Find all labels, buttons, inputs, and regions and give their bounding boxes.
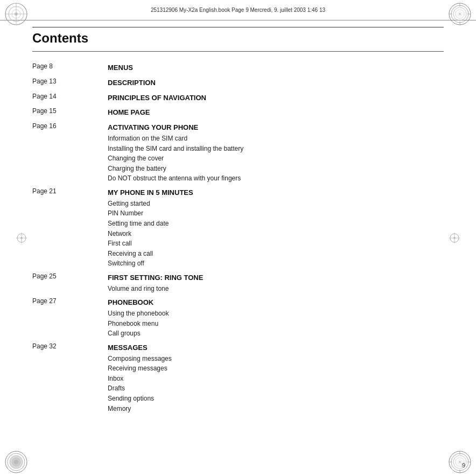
toc-section-row: Page 32MESSAGESComposing messagesReceivi…	[32, 339, 444, 414]
toc-page-label: Page 16	[32, 119, 108, 184]
header-strip: 251312906 My-X2a English.book Page 9 Mer…	[0, 0, 476, 20]
toc-sub-item: Installing the SIM card and installing t…	[108, 144, 444, 154]
crosshair-mid-left	[16, 233, 27, 243]
toc-page-label: Page 8	[32, 59, 108, 74]
toc-section-row: Page 15HOME PAGE	[32, 104, 444, 119]
toc-sub-item: Memory	[108, 404, 444, 414]
toc-table: Page 8MENUSPage 13DESCRIPTIONPage 14PRIN…	[32, 59, 444, 414]
toc-page-label: Page 14	[32, 89, 108, 104]
toc-section-row: Page 21MY PHONE IN 5 MINUTESGetting star…	[32, 184, 444, 269]
toc-section-content: ACTIVATING YOUR PHONEInformation on the …	[108, 119, 444, 184]
toc-section-heading: MESSAGES	[108, 342, 444, 354]
toc-page-label: Page 25	[32, 269, 108, 294]
toc-sub-item: Sending options	[108, 394, 444, 404]
toc-page-label: Page 32	[32, 339, 108, 414]
toc-section-heading: PHONEBOOK	[108, 297, 444, 309]
toc-sub-item: Network	[108, 229, 444, 239]
toc-sub-item: Charging the battery	[108, 164, 444, 174]
toc-section-heading: MY PHONE IN 5 MINUTES	[108, 187, 444, 199]
toc-section-heading: DESCRIPTION	[108, 78, 444, 89]
svg-point-20	[14, 460, 18, 464]
toc-section-row: Page 25FIRST SETTING: RING TONEVolume an…	[32, 269, 444, 294]
corner-decoration-tr	[448, 2, 472, 26]
toc-section-content: HOME PAGE	[108, 104, 444, 119]
toc-section-content: PHONEBOOKUsing the phonebookPhonebook me…	[108, 294, 444, 339]
crosshair-mid-right	[449, 233, 460, 243]
toc-sub-item: Inbox	[108, 374, 444, 384]
page: 251312906 My-X2a English.book Page 9 Mer…	[0, 0, 476, 476]
toc-section-content: DESCRIPTION	[108, 74, 444, 89]
toc-sub-item: Receiving messages	[108, 363, 444, 374]
toc-sub-item: Switching off	[108, 258, 444, 269]
toc-section-content: MESSAGESComposing messagesReceiving mess…	[108, 339, 444, 414]
toc-section-heading: ACTIVATING YOUR PHONE	[108, 122, 444, 134]
page-number: 9	[462, 462, 465, 468]
toc-section-content: PRINCIPLES OF NAVIGATION	[108, 89, 444, 104]
main-content: Contents Page 8MENUSPage 13DESCRIPTIONPa…	[32, 27, 444, 449]
toc-page-label: Page 21	[32, 184, 108, 269]
svg-point-26	[459, 461, 461, 463]
toc-sub-item: Information on the SIM card	[108, 134, 444, 144]
toc-sub-item: Receiving a call	[108, 249, 444, 259]
toc-page-label: Page 27	[32, 294, 108, 339]
toc-section-heading: HOME PAGE	[108, 107, 444, 118]
header-text: 251312906 My-X2a English.book Page 9 Mer…	[32, 7, 444, 13]
toc-section-heading: PRINCIPLES OF NAVIGATION	[108, 93, 444, 104]
toc-section-row: Page 27PHONEBOOKUsing the phonebookPhone…	[32, 294, 444, 339]
toc-section-heading: FIRST SETTING: RING TONE	[108, 272, 444, 284]
toc-sub-item: Call groups	[108, 328, 444, 339]
toc-section-row: Page 14PRINCIPLES OF NAVIGATION	[32, 89, 444, 104]
toc-sub-item: Volume and ring tone	[108, 284, 444, 294]
corner-decoration-tl	[4, 2, 28, 26]
toc-sub-item: First call	[108, 239, 444, 249]
toc-page-label: Page 13	[32, 74, 108, 89]
toc-sub-item: PIN Number	[108, 208, 444, 219]
top-rule	[32, 27, 444, 27]
toc-sub-item: Changing the cover	[108, 153, 444, 164]
toc-sub-item: Phonebook menu	[108, 319, 444, 329]
corner-decoration-br	[448, 450, 472, 474]
toc-page-label: Page 15	[32, 104, 108, 119]
page-title: Contents	[32, 31, 444, 46]
svg-point-11	[459, 13, 461, 15]
toc-section-row: Page 8MENUS	[32, 59, 444, 74]
toc-sub-item: Setting time and date	[108, 219, 444, 229]
toc-section-content: FIRST SETTING: RING TONEVolume and ring …	[108, 269, 444, 294]
toc-sub-item: Do NOT obstruct the antenna with your fi…	[108, 173, 444, 184]
toc-section-heading: MENUS	[108, 62, 444, 74]
toc-section-row: Page 16ACTIVATING YOUR PHONEInformation …	[32, 119, 444, 184]
corner-decoration-bl	[4, 450, 28, 474]
toc-section-row: Page 13DESCRIPTION	[32, 74, 444, 89]
toc-section-content: MY PHONE IN 5 MINUTESGetting startedPIN …	[108, 184, 444, 269]
toc-sub-item: Drafts	[108, 383, 444, 394]
toc-section-content: MENUS	[108, 59, 444, 74]
title-rule	[32, 51, 444, 52]
toc-sub-item: Using the phonebook	[108, 309, 444, 319]
toc-sub-item: Composing messages	[108, 354, 444, 364]
toc-sub-item: Getting started	[108, 199, 444, 209]
